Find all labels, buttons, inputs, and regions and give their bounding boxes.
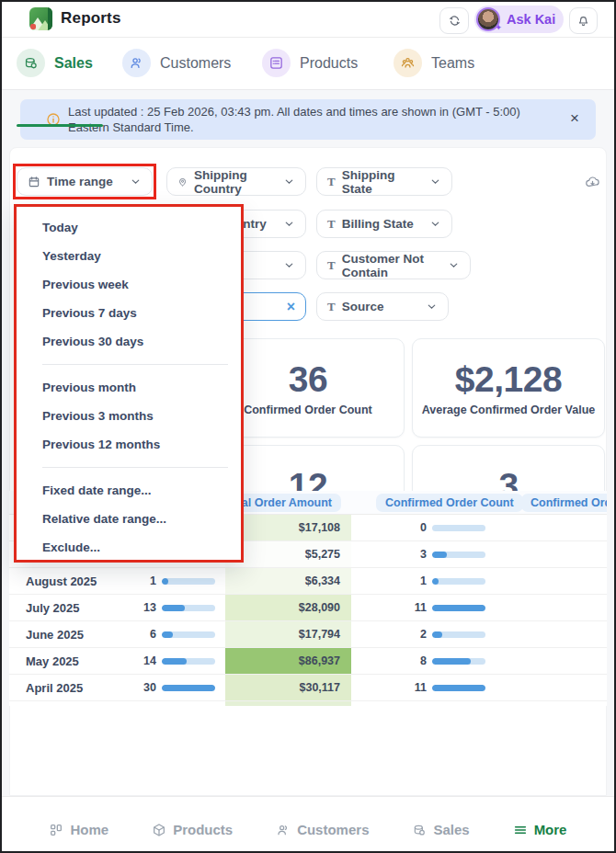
- nav-item-customers[interactable]: Customers: [276, 808, 369, 851]
- bell-icon: [576, 14, 590, 28]
- cell-confirmed-count: 1: [406, 574, 427, 587]
- nav-label: Home: [70, 822, 108, 837]
- table-row: June 2025 6 $17,794 2: [9, 621, 607, 648]
- nav-item-more[interactable]: More: [513, 808, 567, 851]
- menu-item-previous-3-months[interactable]: Previous 3 months: [17, 402, 241, 430]
- cell-amount-heat: $17,794: [225, 621, 351, 647]
- tab-sales-label: Sales: [54, 55, 93, 72]
- tab-customers[interactable]: Customers: [122, 49, 231, 77]
- cell-amount-heat: $6,334: [225, 568, 351, 594]
- cell-total-count: 6: [138, 628, 156, 641]
- bar-track: [432, 658, 485, 665]
- column-header-confirmed-order-count[interactable]: Confirmed Order Count: [376, 494, 523, 512]
- cell-month: May 2025: [9, 654, 129, 668]
- tab-teams[interactable]: Teams: [394, 49, 474, 77]
- notifications-button[interactable]: [569, 7, 598, 34]
- nav-item-sales[interactable]: Sales: [412, 808, 469, 851]
- bottom-navigation: Home Products Customers Sales More: [0, 796, 616, 851]
- refresh-button[interactable]: [439, 7, 469, 34]
- bar-track: [432, 631, 485, 638]
- cell-total-count: 14: [138, 654, 156, 667]
- stat-label: Average Confirmed Order Value: [422, 404, 596, 416]
- shipping-country-filter-chip[interactable]: Shipping Country: [166, 167, 306, 196]
- cell-month: June 2025: [9, 628, 129, 642]
- cell-confirmed-count: 0: [406, 521, 427, 534]
- calendar-icon: [28, 176, 40, 188]
- teams-icon: [400, 55, 416, 71]
- box-icon: [152, 823, 166, 837]
- time-range-dropdown-menu: Today Yesterday Previous week Previous 7…: [14, 204, 244, 563]
- nav-label: Customers: [297, 822, 369, 837]
- bar-fill: [432, 685, 485, 691]
- remove-filter-icon[interactable]: ×: [287, 299, 295, 315]
- last-updated-text: Last updated : 25 Feb 2026, 03:43 pm. Al…: [68, 105, 555, 135]
- cell-amount: $17,794: [299, 628, 340, 641]
- chevron-down-icon: [426, 301, 438, 313]
- menu-item-previous-30-days[interactable]: Previous 30 days: [17, 327, 241, 356]
- source-filter-chip[interactable]: T Source: [316, 292, 449, 321]
- bar-fill: [432, 578, 439, 585]
- cell-confirmed-count: 3: [406, 548, 427, 561]
- tab-teams-label: Teams: [431, 55, 474, 72]
- ask-kai-button[interactable]: ✦ Ask Kai: [474, 6, 564, 33]
- bar-fill: [432, 605, 485, 611]
- sales-icon: [23, 55, 39, 71]
- bar-fill: [162, 578, 168, 585]
- nav-label: More: [534, 822, 567, 837]
- stat-value: 36: [289, 359, 327, 400]
- cloud-sync-icon[interactable]: [585, 175, 600, 190]
- bar-track: [162, 631, 215, 638]
- menu-item-previous-month[interactable]: Previous month: [17, 373, 241, 402]
- menu-item-previous-12-months[interactable]: Previous 12 months: [17, 430, 241, 459]
- billing-state-filter-chip[interactable]: T Billing State: [316, 210, 452, 238]
- nav-item-home[interactable]: Home: [49, 808, 108, 851]
- bar-track: [432, 525, 485, 531]
- bar-track: [432, 685, 485, 691]
- bar-fill: [432, 552, 447, 558]
- bar-fill: [162, 605, 185, 611]
- column-header-confirmed-order-amount[interactable]: Confirmed Order Amount: [521, 494, 607, 512]
- shipping-state-filter-chip[interactable]: T Shipping State: [316, 167, 452, 196]
- menu-item-yesterday[interactable]: Yesterday: [17, 242, 241, 270]
- customer-not-contain-filter-chip[interactable]: T Customer Not Contain: [316, 251, 471, 279]
- cell-confirmed-count: 8: [406, 654, 427, 667]
- table-row: August 2025 1 $6,334 1: [9, 568, 607, 595]
- tab-products[interactable]: Products: [262, 49, 358, 77]
- ask-kai-label: Ask Kai: [507, 12, 555, 27]
- people-icon: [276, 823, 291, 837]
- tab-customers-label: Customers: [160, 55, 231, 72]
- cell-amount-heat: $17,108: [225, 515, 351, 540]
- chevron-down-icon: [283, 218, 295, 230]
- bar-track: [162, 658, 215, 665]
- nav-item-products[interactable]: Products: [152, 808, 233, 851]
- text-filter-icon: T: [327, 258, 336, 273]
- menu-divider: [42, 467, 228, 468]
- cell-month: April 2025: [9, 681, 129, 695]
- top-app-bar: Reports ✦ Ask Kai: [0, 0, 616, 38]
- chevron-down-icon: [429, 218, 441, 230]
- page-title: Reports: [61, 9, 121, 28]
- menu-item-fixed-date-range[interactable]: Fixed date range...: [17, 476, 241, 505]
- cell-total-count: 30: [138, 681, 156, 694]
- source-label: Source: [342, 300, 384, 313]
- cell-amount-heat: $30,117: [225, 675, 351, 700]
- menu-divider: [42, 364, 228, 365]
- bar-fill: [432, 631, 442, 638]
- sales-coins-icon: [412, 823, 427, 837]
- chevron-down-icon: [448, 259, 460, 271]
- chevron-down-icon: [283, 176, 295, 188]
- menu-item-previous-week[interactable]: Previous week: [17, 270, 241, 299]
- menu-item-exclude[interactable]: Exclude...: [17, 533, 241, 562]
- tab-sales[interactable]: Sales: [17, 49, 93, 77]
- chevron-down-icon: [130, 176, 142, 188]
- text-filter-icon: T: [327, 175, 336, 189]
- time-range-filter-chip[interactable]: Time range: [17, 167, 153, 196]
- report-tabs: Sales Customers Products Teams: [0, 38, 616, 90]
- menu-item-previous-7-days[interactable]: Previous 7 days: [17, 299, 241, 327]
- cell-total-count: 1: [138, 574, 156, 587]
- home-grid-icon: [49, 823, 63, 837]
- menu-item-today[interactable]: Today: [17, 213, 241, 242]
- menu-item-relative-date-range[interactable]: Relative date range...: [17, 505, 241, 533]
- stat-value: $2,128: [455, 359, 562, 400]
- banner-close-icon[interactable]: ×: [570, 109, 579, 128]
